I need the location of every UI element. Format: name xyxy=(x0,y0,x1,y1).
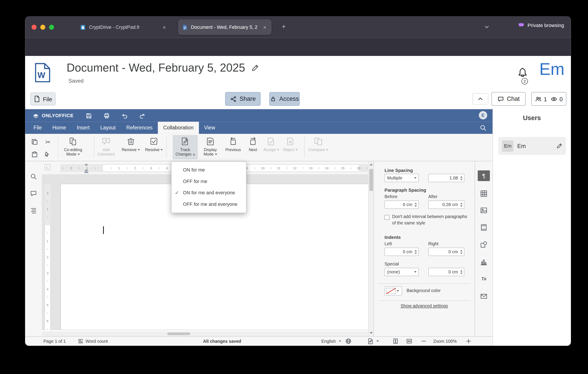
fit-width-button[interactable] xyxy=(406,337,412,346)
track-menu-item[interactable]: OFF for me and everyone xyxy=(171,198,246,210)
window-zoom-button[interactable] xyxy=(49,25,54,30)
display-mode-button[interactable]: Display Mode xyxy=(198,135,222,159)
tab-close-icon[interactable]: × xyxy=(161,24,167,30)
user-avatar[interactable]: Em xyxy=(539,60,564,79)
copy-icon[interactable] xyxy=(30,137,40,147)
spinner-arrows[interactable] xyxy=(413,201,418,208)
collapse-toolbar-button[interactable] xyxy=(472,93,488,105)
paste-icon[interactable] xyxy=(30,150,40,159)
spinner-arrows[interactable] xyxy=(459,174,464,182)
spinner-arrows[interactable] xyxy=(413,248,418,255)
image-settings-icon[interactable] xyxy=(480,207,487,214)
window-minimize-button[interactable] xyxy=(40,25,45,30)
menu-tab-view[interactable]: View xyxy=(199,122,220,134)
spellcheck-globe-icon[interactable] xyxy=(345,337,351,346)
compare-button[interactable]: Compare xyxy=(307,135,330,159)
language-selector[interactable]: English xyxy=(322,337,341,346)
find-icon[interactable] xyxy=(30,173,37,180)
menu-tab-insert[interactable]: Insert xyxy=(71,122,95,134)
menu-tab-file[interactable]: File xyxy=(28,122,47,134)
indent-right-spinner[interactable]: 0 cm xyxy=(428,248,464,256)
tab-cryptdrive[interactable]: CryptDrive - CryptPad.fr × xyxy=(76,20,171,35)
zoom-in-button[interactable] xyxy=(465,337,472,346)
menu-tab-layout[interactable]: Layout xyxy=(95,122,121,134)
document-title[interactable]: Document - Wed, February 5, 2025 xyxy=(66,61,245,74)
header-footer-settings-icon[interactable] xyxy=(480,224,487,231)
new-tab-button[interactable]: + xyxy=(279,22,288,32)
editor-search-icon[interactable] xyxy=(480,124,486,131)
show-advanced-settings-link[interactable]: Show advanced settings xyxy=(374,303,475,308)
zoom-out-button[interactable] xyxy=(421,337,427,346)
edit-name-pencil-icon[interactable] xyxy=(556,143,562,149)
track-menu-item[interactable]: ✓ON for me and everyone xyxy=(171,187,246,199)
vertical-scrollbar[interactable] xyxy=(368,161,374,336)
paragraph-settings-icon[interactable]: ¶ xyxy=(478,170,490,181)
track-changes-button[interactable]: Track Changes xyxy=(173,135,198,159)
window-close-button[interactable] xyxy=(32,25,36,30)
save-icon[interactable] xyxy=(85,112,92,119)
special-select[interactable]: (none) xyxy=(385,268,419,276)
print-icon[interactable] xyxy=(103,112,110,119)
horizontal-scroll-thumb[interactable] xyxy=(167,332,190,335)
redo-icon[interactable] xyxy=(138,112,146,119)
presence-indicator[interactable]: 1 0 xyxy=(531,92,566,106)
undo-icon[interactable] xyxy=(121,112,128,119)
track-menu-item[interactable]: ON for me xyxy=(171,164,246,176)
access-button[interactable]: Access xyxy=(269,92,300,106)
spacing-before-spinner[interactable]: 0 cm xyxy=(385,200,419,209)
menu-tab-references[interactable]: References xyxy=(121,122,158,134)
reject-button[interactable]: Reject xyxy=(280,135,301,159)
resolve-button[interactable]: Resolve xyxy=(143,135,165,159)
menu-tab-collaboration[interactable]: Collaboration xyxy=(158,122,199,134)
no-interval-checkbox[interactable] xyxy=(385,215,389,220)
remove-button[interactable]: Remove xyxy=(120,135,141,159)
background-color-button[interactable] xyxy=(385,287,402,296)
table-settings-icon[interactable] xyxy=(480,190,487,197)
previous-change-button[interactable]: Previous xyxy=(223,135,243,159)
file-button[interactable]: File xyxy=(30,92,55,105)
next-change-button[interactable]: Next xyxy=(243,135,263,159)
menu-tab-home[interactable]: Home xyxy=(47,122,71,134)
line-spacing-select[interactable]: Multiple xyxy=(385,174,419,182)
line-spacing-amount-spinner[interactable]: 1.08 xyxy=(428,174,464,182)
chat-button[interactable]: Chat xyxy=(491,92,526,106)
add-comment-button[interactable]: Add Comment xyxy=(94,135,117,159)
page-indicator[interactable]: Page 1 of 1 xyxy=(43,337,66,346)
textart-settings-icon[interactable]: Ta xyxy=(480,275,487,282)
accept-button[interactable]: Accept xyxy=(261,135,282,159)
horizontal-scrollbar[interactable] xyxy=(42,331,368,336)
zoom-level[interactable]: Zoom 100% xyxy=(430,337,460,346)
track-changes-status-toggle[interactable] xyxy=(367,337,379,346)
spinner-arrows[interactable] xyxy=(459,268,464,276)
tab-stop-selector[interactable]: ∟ xyxy=(44,164,51,170)
special-by-spinner[interactable]: 0 cm xyxy=(428,268,464,276)
tab-document-active[interactable]: Document - Wed, February 5, 2 × xyxy=(178,20,271,35)
select-all-icon[interactable] xyxy=(43,150,53,159)
cut-icon[interactable]: ✂ xyxy=(43,137,53,147)
scroll-up-arrow[interactable] xyxy=(370,164,373,166)
track-menu-item[interactable]: OFF for me xyxy=(171,176,246,187)
edit-title-pencil-icon[interactable] xyxy=(251,64,259,71)
user-list-item[interactable]: Em Em xyxy=(498,137,566,155)
left-indent-handle[interactable] xyxy=(84,171,88,173)
vertical-scroll-thumb[interactable] xyxy=(369,169,373,191)
shape-settings-icon[interactable] xyxy=(480,241,487,248)
indent-left-spinner[interactable]: 0 cm xyxy=(385,248,419,256)
tab-close-icon[interactable]: × xyxy=(262,24,268,30)
spinner-arrows[interactable] xyxy=(459,201,464,208)
spacing-after-spinner[interactable]: 0.28 cm xyxy=(428,200,464,209)
share-button[interactable]: Share xyxy=(225,92,261,106)
first-line-indent-marker[interactable] xyxy=(84,164,88,166)
left-indent-marker[interactable] xyxy=(84,169,88,171)
coediting-mode-button[interactable]: Co-editing Mode xyxy=(61,135,85,159)
navigation-headings-icon[interactable] xyxy=(30,207,37,214)
editor-user-avatar[interactable]: E xyxy=(479,111,487,119)
tab-list-chevron-icon[interactable] xyxy=(484,24,490,30)
scroll-down-arrow[interactable] xyxy=(370,332,373,334)
vertical-ruler[interactable]: 21123456 xyxy=(44,174,51,336)
notifications-bell-icon[interactable] xyxy=(517,66,528,78)
mail-merge-icon[interactable] xyxy=(480,292,487,300)
comments-panel-icon[interactable] xyxy=(30,190,37,197)
spinner-arrows[interactable] xyxy=(459,248,464,255)
fit-page-button[interactable] xyxy=(393,337,399,346)
